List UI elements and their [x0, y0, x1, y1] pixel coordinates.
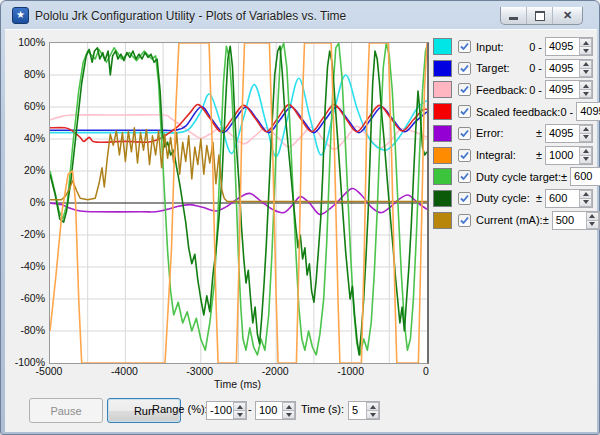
range-max-spin-down-button[interactable]: [282, 410, 295, 419]
series-color-swatch: [433, 81, 452, 98]
range-spin-1-up-button[interactable]: [579, 60, 592, 68]
series-color-swatch: [433, 168, 452, 185]
legend-row: Integral:±1000: [433, 147, 593, 164]
range-spin-4-up-button[interactable]: [579, 125, 592, 133]
range-prefix: ±: [543, 214, 549, 226]
time-spin-arrows: [366, 402, 379, 419]
screen: ★ Pololu Jrk Configuration Utility - Plo…: [0, 0, 600, 435]
time-label: Time (s):: [301, 403, 344, 415]
range-spin-4-value[interactable]: 4095: [546, 125, 575, 142]
plot-svg: [50, 43, 427, 363]
series-color-swatch: [433, 212, 452, 229]
range-spin-1-down-button[interactable]: [579, 68, 592, 77]
range-prefix: ±: [536, 192, 542, 204]
range-spin-0-value[interactable]: 4095: [546, 38, 575, 55]
range-min-spin[interactable]: -100: [206, 401, 247, 420]
series-checkbox[interactable]: [458, 83, 471, 96]
range-spin-5[interactable]: 1000: [545, 146, 593, 165]
checkmark-icon: [460, 216, 469, 225]
range-spin-4[interactable]: 4095: [545, 124, 593, 143]
series-checkbox[interactable]: [458, 62, 471, 75]
range-spin-1-arrows: [579, 60, 592, 77]
series-checkbox[interactable]: [458, 170, 471, 183]
series-checkbox[interactable]: [458, 105, 471, 118]
series-checkbox[interactable]: [458, 127, 471, 140]
time-spin[interactable]: 5: [348, 401, 380, 420]
range-spin-5-arrows: [579, 147, 592, 164]
range-max-slot: 100: [255, 401, 296, 420]
legend-row: Current (mA):±500: [433, 212, 593, 229]
range-spin-8-up-button[interactable]: [586, 212, 599, 220]
range-spin-7-up-button[interactable]: [579, 190, 592, 198]
minimize-button[interactable]: [501, 7, 527, 24]
range-spin-8[interactable]: 500: [552, 211, 600, 230]
legend-row: Input:0 -4095: [433, 38, 593, 55]
close-button[interactable]: ✕: [553, 7, 582, 24]
arrow-down-icon: [370, 413, 376, 417]
series-color-swatch: [433, 190, 452, 207]
range-spin-2[interactable]: 4095: [545, 80, 593, 99]
time-spin-value[interactable]: 5: [349, 402, 366, 419]
time-spin-up-button[interactable]: [366, 402, 379, 410]
range-spin-3[interactable]: 4095: [576, 102, 600, 121]
range-spin-8-value[interactable]: 500: [553, 212, 576, 229]
time-slot: 5: [348, 401, 380, 420]
series-label: Duty cycle:: [476, 192, 530, 204]
range-min-spin-up-button[interactable]: [233, 402, 246, 410]
range-max-spin-value[interactable]: 100: [256, 402, 279, 419]
range-spin-5-down-button[interactable]: [579, 155, 592, 164]
range-spin-7[interactable]: 600: [545, 189, 593, 208]
checkmark-icon: [460, 151, 469, 160]
arrow-up-icon: [583, 62, 589, 66]
range-spin-0-arrows: [579, 38, 592, 55]
range-spin-6[interactable]: 600: [570, 167, 600, 186]
range-min-slot: -100: [206, 401, 247, 420]
range-prefix: ±: [561, 171, 567, 183]
restore-button[interactable]: [527, 7, 553, 24]
series-color-swatch: [433, 147, 452, 164]
range-spin-5-up-button[interactable]: [579, 147, 592, 155]
range-spin-1[interactable]: 4095: [545, 59, 593, 78]
time-spin-down-button[interactable]: [366, 410, 379, 419]
series-label: Integral:: [476, 149, 516, 161]
range-spin-6-value[interactable]: 600: [571, 168, 594, 185]
series-checkbox[interactable]: [458, 192, 471, 205]
y-tick-label: 100%: [5, 36, 45, 48]
pause-button[interactable]: Pause: [29, 398, 103, 423]
series-color-swatch: [433, 103, 452, 120]
title-bar[interactable]: ★ Pololu Jrk Configuration Utility - Plo…: [5, 2, 595, 29]
arrow-up-icon: [370, 405, 376, 409]
x-axis-title: Time (ms): [49, 378, 426, 390]
arrow-up-icon: [583, 149, 589, 153]
series-label: Current (mA):: [476, 214, 543, 226]
range-min-spin-value[interactable]: -100: [207, 402, 233, 419]
arrow-up-icon: [589, 214, 595, 218]
checkmark-icon: [460, 129, 469, 138]
range-spin-2-value[interactable]: 4095: [546, 81, 575, 98]
range-spin-5-value[interactable]: 1000: [546, 147, 575, 164]
checkmark-icon: [460, 107, 469, 116]
range-spin-0[interactable]: 4095: [545, 37, 593, 56]
range-spin-0-down-button[interactable]: [579, 46, 592, 55]
range-spin-7-value[interactable]: 600: [546, 190, 569, 207]
y-tick-label: -60%: [5, 292, 45, 304]
range-min-spin-down-button[interactable]: [233, 410, 246, 419]
range-spin-4-down-button[interactable]: [579, 133, 592, 142]
series-color-swatch: [433, 60, 452, 77]
range-spin-8-down-button[interactable]: [586, 220, 599, 229]
range-spin-2-up-button[interactable]: [579, 81, 592, 89]
range-spin-0-up-button[interactable]: [579, 38, 592, 46]
checkmark-icon: [460, 172, 469, 181]
range-max-spin-up-button[interactable]: [282, 402, 295, 410]
series-checkbox[interactable]: [458, 214, 471, 227]
range-spin-3-value[interactable]: 4095: [577, 103, 600, 120]
range-spin-2-down-button[interactable]: [579, 89, 592, 98]
range-spin-1-value[interactable]: 4095: [546, 60, 575, 77]
range-max-spin[interactable]: 100: [255, 401, 296, 420]
series-checkbox[interactable]: [458, 149, 471, 162]
series-checkbox[interactable]: [458, 40, 471, 53]
range-prefix: 0 -: [529, 62, 542, 74]
range-spin-7-down-button[interactable]: [579, 198, 592, 207]
arrow-down-icon: [583, 157, 589, 161]
legend-row: Duty cycle target:±600: [433, 168, 593, 185]
